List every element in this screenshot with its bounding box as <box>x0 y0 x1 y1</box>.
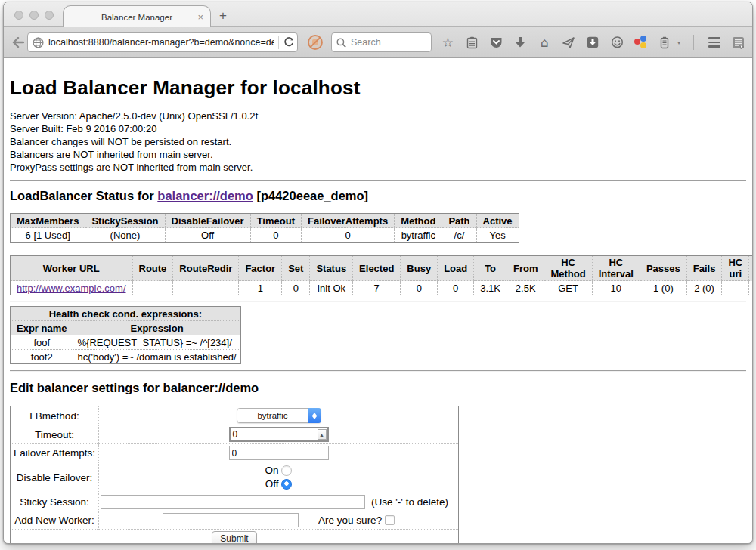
cell-routeredir <box>173 281 239 295</box>
col-routeredir: RouteRedir <box>173 256 239 281</box>
edit-settings-heading: Edit balancer settings for balancer://de… <box>10 381 746 395</box>
search-bar[interactable] <box>331 32 432 52</box>
back-button[interactable] <box>11 32 26 52</box>
worker-data-row: http://www.example.com/ 1 0 Init Ok 7 0 … <box>11 281 753 295</box>
col-maxmembers: MaxMembers <box>11 214 85 228</box>
search-icon <box>336 38 346 48</box>
col-disablefailover: DisableFailover <box>165 214 250 228</box>
cell-expression: hc('body') =~ /domain is established/ <box>73 350 240 364</box>
timeout-row: Timeout: 0 ▲ <box>11 425 459 444</box>
col-elected: Elected <box>353 256 401 281</box>
url-bar[interactable] <box>27 32 298 52</box>
window-controls <box>14 11 54 20</box>
colored-dots-extension-icon[interactable] <box>634 36 648 49</box>
battery-extension-icon[interactable] <box>658 36 672 50</box>
timeout-input[interactable]: 0 ▲ <box>229 427 329 442</box>
timeout-label: Timeout: <box>11 425 99 444</box>
cell-stickysession: (None) <box>85 228 165 243</box>
cell-hc-interval: 10 <box>592 281 640 295</box>
col-expression: Expression <box>73 321 240 335</box>
inherit-notice-line: Balancers are NOT inherited from main se… <box>10 148 746 161</box>
lbmethod-select[interactable]: bytraffic <box>237 408 321 423</box>
add-worker-row: Add New Worker: Are you sure? <box>11 511 459 530</box>
balancer-data-row: 6 [1 Used] (None) Off 0 0 bytraffic /c/ … <box>11 228 519 243</box>
cell-from: 2.5K <box>507 281 544 295</box>
add-worker-label: Add New Worker: <box>11 511 99 530</box>
new-tab-button[interactable]: + <box>219 8 227 23</box>
col-busy: Busy <box>401 256 438 281</box>
sticky-session-note: (Use '-' to delete) <box>371 496 448 508</box>
cell-maxmembers: 6 [1 Used] <box>11 228 85 243</box>
minimize-window-button[interactable] <box>29 11 39 20</box>
tab-balancer-manager[interactable]: Balancer Manager × <box>63 5 211 28</box>
failover-attempts-input[interactable] <box>229 446 329 460</box>
download-panel-icon[interactable] <box>586 36 600 50</box>
download-arrow-icon[interactable] <box>513 36 528 50</box>
disable-failover-on-radio[interactable] <box>281 465 292 476</box>
col-hc-method: HC Method <box>544 256 592 281</box>
home-icon[interactable]: ⌂ <box>538 36 552 50</box>
clipboard-icon[interactable] <box>465 36 479 50</box>
col-factor: Factor <box>239 256 282 281</box>
cell-passes: 1 (0) <box>640 281 686 295</box>
proxypass-notice-line: ProxyPass settings are NOT inherited fro… <box>10 161 746 174</box>
search-input[interactable] <box>351 37 426 48</box>
col-expr-name: Expr name <box>11 321 73 335</box>
section-divider <box>10 180 746 181</box>
disable-failover-row: Disable Failover: On Off <box>11 462 459 493</box>
lbmethod-selected-value: bytraffic <box>237 411 308 420</box>
add-worker-input[interactable] <box>163 513 299 527</box>
chat-smiley-icon[interactable] <box>610 36 624 50</box>
cell-busy: 0 <box>401 281 438 295</box>
cell-factor: 1 <box>239 281 282 295</box>
worker-url-link[interactable]: http://www.example.com/ <box>17 283 126 294</box>
status-heading: LoadBalancer Status for balancer://demo … <box>10 189 746 203</box>
chevron-down-icon[interactable]: ▾ <box>677 39 680 46</box>
tab-close-icon[interactable]: × <box>197 11 203 23</box>
balancer-status-table: MaxMembers StickySession DisableFailover… <box>10 213 519 243</box>
server-version-line: Server Version: Apache/2.5.0-dev (Unix) … <box>10 110 746 122</box>
confirm-checkbox[interactable] <box>385 515 395 525</box>
col-from: From <box>507 256 544 281</box>
bookmark-star-icon[interactable]: ☆ <box>441 36 455 50</box>
sticky-session-label: Sticky Session: <box>11 493 99 511</box>
radio-off-label: Off <box>265 478 279 490</box>
close-window-button[interactable] <box>14 11 23 20</box>
col-stickysession: StickySession <box>85 214 165 228</box>
number-stepper-icon[interactable]: ▲ <box>318 429 327 440</box>
cell-path: /c/ <box>442 228 476 243</box>
pocket-icon[interactable] <box>489 36 503 50</box>
submit-button[interactable]: Submit <box>212 531 256 543</box>
cell-timeout: 0 <box>250 228 301 243</box>
grid-extension-icon[interactable] <box>731 36 745 50</box>
tab-bar: Balancer Manager × + <box>4 2 752 27</box>
zoom-window-button[interactable] <box>45 11 54 20</box>
col-hc-expr: HC Expr <box>749 256 752 281</box>
cell-expression: %{REQUEST_STATUS} =~ /^[234]/ <box>73 335 240 350</box>
sticky-session-input[interactable] <box>101 495 365 509</box>
server-info: Server Version: Apache/2.5.0-dev (Unix) … <box>10 110 746 174</box>
balancer-demo-link[interactable]: balancer://demo <box>157 189 253 202</box>
section-divider <box>10 301 746 302</box>
cell-load: 0 <box>438 281 474 295</box>
failover-attempts-label: Failover Attempts: <box>11 444 99 462</box>
url-input[interactable] <box>48 37 274 48</box>
send-plane-icon[interactable] <box>562 36 576 50</box>
col-fails: Fails <box>686 256 722 281</box>
reload-icon[interactable] <box>284 37 294 48</box>
cell-disablefailover: Off <box>165 228 250 243</box>
select-stepper-icon <box>308 408 321 423</box>
section-divider <box>10 370 746 372</box>
balancer-header-row: MaxMembers StickySession DisableFailover… <box>11 214 519 228</box>
col-worker-url: Worker URL <box>11 256 133 281</box>
toolbar-separator <box>693 35 694 50</box>
blocked-content-icon[interactable] <box>307 34 324 51</box>
cell-elected: 7 <box>353 281 401 295</box>
status-heading-prefix: LoadBalancer Status for <box>10 189 157 202</box>
hc-header-row: Expr name Expression <box>11 321 241 335</box>
disable-failover-off-radio[interactable] <box>281 479 292 490</box>
menu-hamburger-icon[interactable] <box>707 36 721 50</box>
cell-hc-uri <box>722 281 749 295</box>
health-check-table: Health check cond. expressions: Expr nam… <box>10 306 241 364</box>
col-hc-interval: HC Interval <box>592 256 640 281</box>
